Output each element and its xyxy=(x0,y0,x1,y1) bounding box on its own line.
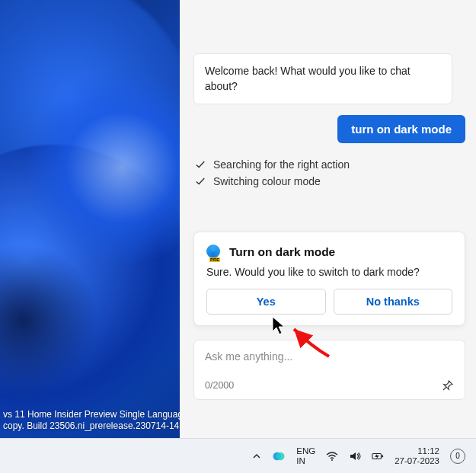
battery-icon[interactable] xyxy=(372,450,384,462)
assistant-message: Welcome back! What would you like to cha… xyxy=(193,53,452,104)
windows-build-watermark: vs 11 Home Insider Preview Single Langua… xyxy=(3,409,180,432)
assistant-message-text: Welcome back! What would you like to cha… xyxy=(205,65,411,92)
tray-overflow-icon[interactable] xyxy=(252,452,261,461)
clock[interactable]: 11:1227-07-2023 xyxy=(395,446,439,465)
wifi-icon[interactable] xyxy=(326,450,338,462)
copilot-icon[interactable] xyxy=(272,449,286,463)
status-line: Searching for the right action xyxy=(195,158,465,171)
action-card-body: Sure. Would you like to switch to dark m… xyxy=(206,266,452,278)
svg-point-1 xyxy=(276,452,285,460)
pin-icon[interactable] xyxy=(442,379,454,392)
volume-icon[interactable] xyxy=(349,450,361,462)
status-text: Switching colour mode xyxy=(213,175,321,187)
language-indicator[interactable]: ENGIN xyxy=(296,446,315,465)
copilot-chat-panel: Welcome back! What would you like to cha… xyxy=(180,0,476,438)
check-icon xyxy=(195,176,206,187)
taskbar: ENGIN 11:1227-07-2023 0 xyxy=(0,438,476,473)
notification-badge[interactable]: 0 xyxy=(450,449,465,464)
user-message: turn on dark mode xyxy=(337,115,465,143)
check-icon xyxy=(195,159,206,170)
char-counter: 0/2000 xyxy=(205,380,234,391)
yes-button[interactable]: Yes xyxy=(206,289,326,315)
user-message-text: turn on dark mode xyxy=(351,123,452,136)
status-line: Switching colour mode xyxy=(195,175,465,187)
bing-pre-icon: PRE xyxy=(206,244,222,260)
action-card: PRE Turn on dark mode Sure. Would you li… xyxy=(193,232,465,326)
system-tray: ENGIN 11:1227-07-2023 0 xyxy=(252,446,465,465)
compose-placeholder: Ask me anything... xyxy=(205,350,454,363)
svg-point-2 xyxy=(331,459,333,461)
status-text: Searching for the right action xyxy=(213,158,350,171)
svg-rect-4 xyxy=(382,455,384,457)
action-card-title: Turn on dark mode xyxy=(229,245,335,259)
desktop: vs 11 Home Insider Preview Single Langua… xyxy=(0,0,476,473)
no-thanks-button[interactable]: No thanks xyxy=(334,289,453,315)
compose-box[interactable]: Ask me anything... 0/2000 xyxy=(193,340,465,400)
